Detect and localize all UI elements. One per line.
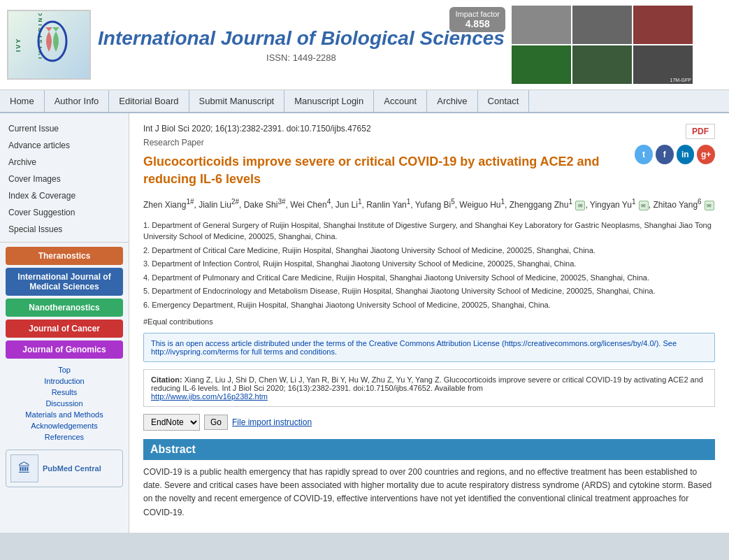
article-meta: Int J Biol Sci 2020; 16(13):2382-2391. d…	[143, 124, 715, 134]
toc-methods[interactable]: Materials and Methods	[6, 409, 123, 420]
journal-issn: ISSN: 1449-2288	[98, 52, 505, 63]
pdf-link[interactable]: PDF	[686, 124, 715, 139]
sidebar-item-cover-suggestion[interactable]: Cover Suggestion	[0, 204, 129, 221]
authors: Zhen Xiang1#, Jialin Liu2#, Dake Shi3#, …	[143, 196, 715, 212]
affiliations: 1. Department of General Surgery of Ruij…	[143, 220, 715, 311]
header-image-3	[633, 6, 693, 44]
email-icon-yu: ✉	[639, 201, 649, 210]
header-image-2	[572, 6, 632, 44]
affiliation-5: 5. Department of Endocrinology and Metab…	[143, 285, 715, 297]
nav-author-info[interactable]: Author Info	[45, 90, 110, 112]
header-images	[512, 6, 693, 84]
sidebar-item-archive[interactable]: Archive	[0, 154, 129, 171]
file-import-link[interactable]: File import instruction	[232, 417, 312, 427]
journal-main-title: International Journal of Biological Scie…	[98, 27, 505, 50]
social-icons: t f in g+	[635, 145, 715, 164]
sidebar-item-current-issue[interactable]: Current Issue	[0, 120, 129, 137]
sidebar-nanotheranostics[interactable]: Nanotheranostics	[6, 299, 123, 317]
equal-contributions: #Equal contributions	[143, 317, 715, 326]
sidebar-item-special-issues[interactable]: Special Issues	[0, 221, 129, 238]
sidebar-item-index-coverage[interactable]: Index & Coverage	[0, 187, 129, 204]
logo-image: IVYSPRING	[7, 10, 91, 80]
navbar: Home Author Info Editorial Board Submit …	[0, 90, 729, 113]
logo-area: IVYSPRING International Journal of Biolo…	[7, 10, 505, 80]
nav-manuscript-login[interactable]: Manuscript Login	[284, 90, 374, 112]
affiliation-2: 2. Department of Critical Care Medicine,…	[143, 245, 715, 257]
sidebar-theranostics[interactable]: Theranostics	[6, 247, 123, 265]
sidebar: Current Issue Advance articles Archive C…	[0, 113, 129, 533]
sidebar-divider-1	[0, 242, 129, 243]
sidebar-ijms[interactable]: International Journal of Medical Science…	[6, 268, 123, 296]
abstract-header: Abstract	[143, 439, 715, 460]
nav-contact[interactable]: Contact	[478, 90, 530, 112]
sidebar-journals-section: Theranostics International Journal of Me…	[0, 247, 129, 359]
open-access-box: This is an open access article distribut…	[143, 333, 715, 362]
twitter-share-icon[interactable]: t	[635, 145, 653, 164]
go-button[interactable]: Go	[204, 415, 228, 430]
abstract-text: COVID-19 is a public health emergency th…	[143, 466, 715, 519]
sidebar-item-advance-articles[interactable]: Advance articles	[0, 137, 129, 154]
affiliation-3: 3. Department of Infection Control, Ruij…	[143, 258, 715, 270]
sidebar-toc-section: Top Introduction Results Discussion Mate…	[0, 364, 129, 443]
toc-introduction[interactable]: Introduction	[6, 375, 123, 387]
pdf-button-container: PDF	[635, 124, 715, 139]
main-container: Current Issue Advance articles Archive C…	[0, 113, 729, 533]
header-image-1	[512, 6, 571, 44]
header: IVYSPRING International Journal of Biolo…	[0, 0, 729, 90]
nav-home[interactable]: Home	[0, 90, 45, 112]
impact-factor-badge: Impact factor 4.858	[449, 7, 505, 32]
pubmed-label: PubMed Central	[43, 464, 101, 473]
citation-text: Xiang Z, Liu J, Shi D, Chen W, Li J, Yan…	[151, 375, 703, 392]
citation-label: Citation:	[151, 375, 182, 384]
journal-title-area: International Journal of Biological Scie…	[98, 27, 505, 63]
citation-link[interactable]: http://www.ijbs.com/v16p2382.htm	[151, 392, 268, 401]
endnote-row: EndNote Go File import instruction	[143, 414, 715, 431]
affiliation-4: 4. Department of Pulmonary and Critical …	[143, 272, 715, 284]
nav-editorial-board[interactable]: Editorial Board	[109, 90, 189, 112]
toc-results[interactable]: Results	[6, 387, 123, 398]
header-image-6	[633, 45, 693, 84]
toc-discussion[interactable]: Discussion	[6, 398, 123, 409]
pubmed-icon: 🏛	[10, 454, 38, 482]
header-image-5	[572, 45, 632, 84]
gplus-share-icon[interactable]: g+	[697, 145, 715, 164]
nav-submit-manuscript[interactable]: Submit Manuscript	[189, 90, 285, 112]
linkedin-share-icon[interactable]: in	[677, 145, 695, 164]
affiliation-6: 6. Emergency Department, Ruijin Hospital…	[143, 299, 715, 311]
toc-references[interactable]: References	[6, 431, 123, 443]
email-icon-zhu: ✉	[575, 201, 585, 210]
toc-top[interactable]: Top	[6, 364, 123, 375]
toc-acknowledgements[interactable]: Acknowledgements	[6, 420, 123, 431]
article-title: Glucocorticoids improve severe or critic…	[143, 153, 715, 188]
email-icon-yang: ✉	[705, 201, 714, 210]
nav-archive[interactable]: Archive	[427, 90, 477, 112]
article-type-label: Research Paper	[143, 138, 715, 148]
facebook-share-icon[interactable]: f	[656, 145, 674, 164]
content-area: PDF t f in g+ Int J Biol Sci 2020; 16(13…	[129, 113, 729, 533]
article-right-panel: PDF t f in g+	[635, 124, 715, 164]
sidebar-item-cover-images[interactable]: Cover Images	[0, 171, 129, 187]
header-image-4	[512, 45, 571, 84]
nav-account[interactable]: Account	[374, 90, 427, 112]
citation-box: Citation: Xiang Z, Liu J, Shi D, Chen W,…	[143, 369, 715, 407]
sidebar-journal-cancer[interactable]: Journal of Cancer	[6, 320, 123, 338]
authors-text: Zhen Xiang1#, Jialin Liu2#, Dake Shi3#, …	[143, 200, 714, 210]
sidebar-nav-section: Current Issue Advance articles Archive C…	[0, 120, 129, 238]
endnote-select[interactable]: EndNote	[143, 414, 200, 431]
sidebar-journal-genomics[interactable]: Journal of Genomics	[6, 340, 123, 359]
pubmed-badge[interactable]: 🏛 PubMed Central	[6, 450, 123, 487]
affiliation-1: 1. Department of General Surgery of Ruij…	[143, 220, 715, 243]
